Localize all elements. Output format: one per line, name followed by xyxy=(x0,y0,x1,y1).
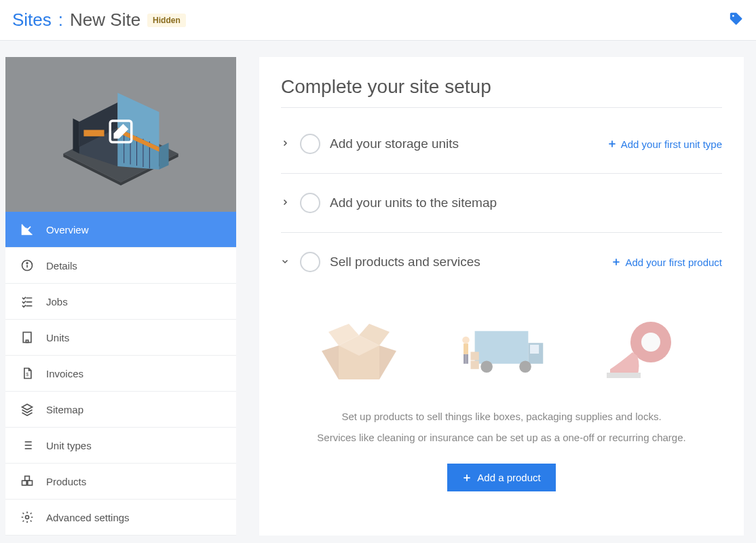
invoice-icon: $ xyxy=(20,367,34,380)
list-icon xyxy=(20,438,34,452)
chevron-right-icon xyxy=(281,138,290,150)
add-product-button[interactable]: Add a product xyxy=(447,464,555,491)
status-badge: Hidden xyxy=(147,14,186,27)
svg-rect-58 xyxy=(466,354,469,364)
task-label: Add your storage units xyxy=(330,136,598,151)
nav-label: Details xyxy=(46,260,77,272)
sidebar-nav: Overview Details Jobs Units $ Invoices S… xyxy=(5,212,236,536)
svg-rect-63 xyxy=(607,373,641,378)
svg-rect-52 xyxy=(530,345,539,354)
task-label: Add your units to the sitemap xyxy=(330,195,722,210)
task-status-circle xyxy=(300,252,320,272)
svg-rect-56 xyxy=(464,343,468,354)
svg-text:$: $ xyxy=(26,372,29,377)
tape-illustration xyxy=(597,312,692,386)
svg-marker-9 xyxy=(159,143,168,170)
sidebar: Overview Details Jobs Units $ Invoices S… xyxy=(5,57,236,536)
nav-label: Unit types xyxy=(46,440,92,451)
breadcrumb-separator: : xyxy=(58,10,63,31)
truck-illustration xyxy=(454,312,549,386)
setup-task-products[interactable]: Sell products and services Add your firs… xyxy=(281,233,722,291)
nav-overview[interactable]: Overview xyxy=(5,212,236,248)
svg-rect-60 xyxy=(471,361,479,369)
add-product-button-label: Add a product xyxy=(477,472,540,483)
nav-unit-types[interactable]: Unit types xyxy=(5,428,236,464)
svg-marker-49 xyxy=(379,345,396,379)
svg-rect-27 xyxy=(26,340,28,342)
nav-label: Products xyxy=(46,476,86,487)
nav-label: Units xyxy=(46,332,69,343)
tag-icon[interactable] xyxy=(729,12,744,29)
products-desc-1: Set up products to sell things like boxe… xyxy=(281,411,722,422)
box-illustration xyxy=(311,312,407,386)
svg-point-53 xyxy=(480,361,493,373)
nav-jobs[interactable]: Jobs xyxy=(5,284,236,320)
nav-label: Sitemap xyxy=(46,404,83,415)
add-first-unit-type-link[interactable]: Add your first unit type xyxy=(607,138,722,150)
nav-label: Invoices xyxy=(46,368,83,379)
svg-point-62 xyxy=(641,333,660,352)
setup-task-sitemap[interactable]: Add your units to the sitemap xyxy=(281,174,722,233)
products-illustration-row xyxy=(281,312,722,386)
svg-point-55 xyxy=(462,337,470,344)
products-task-body: Set up products to sell things like boxe… xyxy=(281,291,722,498)
task-label: Sell products and services xyxy=(330,255,602,269)
main-title: Complete your site setup xyxy=(281,76,722,108)
nav-sitemap[interactable]: Sitemap xyxy=(5,392,236,428)
nav-products[interactable]: Products xyxy=(5,464,236,500)
page-header: Sites : New Site Hidden xyxy=(0,0,756,41)
nav-advanced-settings[interactable]: Advanced settings xyxy=(5,500,236,536)
task-action-label: Add your first unit type xyxy=(621,138,722,150)
nav-units[interactable]: Units xyxy=(5,320,236,356)
nav-label: Jobs xyxy=(46,296,68,307)
svg-point-54 xyxy=(519,361,531,373)
gear-icon xyxy=(20,510,34,524)
svg-rect-50 xyxy=(475,331,529,364)
task-status-circle xyxy=(300,193,320,213)
nav-invoices[interactable]: $ Invoices xyxy=(5,356,236,392)
main-panel: Complete your site setup Add your storag… xyxy=(259,57,744,536)
setup-task-storage-units[interactable]: Add your storage units Add your first un… xyxy=(281,115,722,174)
svg-marker-29 xyxy=(22,405,33,410)
svg-rect-36 xyxy=(22,481,27,485)
svg-rect-38 xyxy=(25,476,30,481)
products-desc-2: Services like cleaning or insurance can … xyxy=(281,432,722,443)
edit-image-icon[interactable] xyxy=(107,117,135,149)
svg-point-19 xyxy=(26,263,28,264)
svg-rect-57 xyxy=(464,354,466,364)
building-icon xyxy=(20,331,34,344)
chevron-right-icon xyxy=(281,197,290,209)
breadcrumb: Sites : New Site Hidden xyxy=(12,10,186,31)
svg-point-39 xyxy=(26,516,29,519)
site-image[interactable] xyxy=(5,57,236,212)
add-first-product-link[interactable]: Add your first product xyxy=(611,257,722,268)
svg-rect-20 xyxy=(23,333,31,343)
svg-rect-59 xyxy=(471,352,479,360)
page-layout: Overview Details Jobs Units $ Invoices S… xyxy=(0,41,756,536)
svg-rect-6 xyxy=(83,130,104,136)
svg-marker-5 xyxy=(73,118,79,153)
breadcrumb-current: New Site xyxy=(70,10,140,31)
nav-details[interactable]: Details xyxy=(5,248,236,284)
nav-label: Advanced settings xyxy=(46,512,130,523)
layers-icon xyxy=(20,402,34,416)
products-icon xyxy=(20,474,34,488)
checklist-icon xyxy=(20,295,34,308)
task-status-circle xyxy=(300,134,320,154)
info-icon xyxy=(20,259,34,272)
breadcrumb-root[interactable]: Sites xyxy=(12,10,52,31)
task-action-label: Add your first product xyxy=(625,257,722,268)
svg-marker-48 xyxy=(322,345,339,379)
chart-icon xyxy=(20,223,34,236)
chevron-down-icon xyxy=(281,256,290,268)
nav-label: Overview xyxy=(46,224,89,236)
svg-rect-37 xyxy=(28,481,33,485)
